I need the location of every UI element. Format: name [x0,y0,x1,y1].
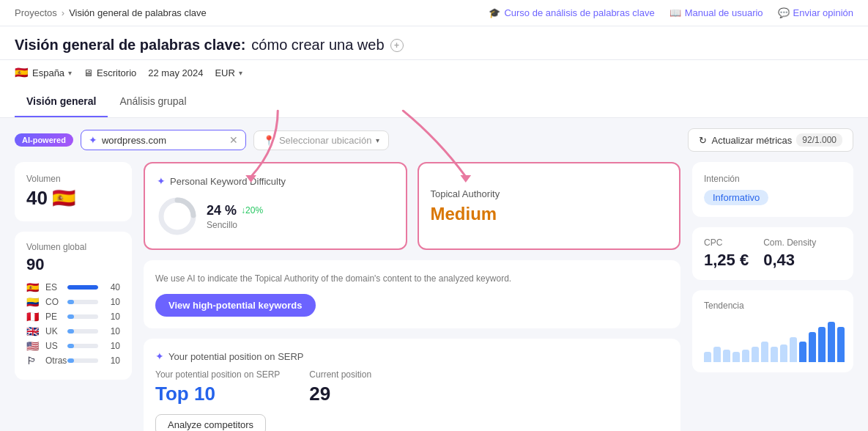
course-link[interactable]: 🎓 Curso de análisis de palabras clave [489,7,654,18]
density-value: 0,43 [763,251,816,270]
top-nav: Proyectos › Visión general de palabras c… [0,0,868,26]
volume-flag: 🇪🇸 [52,187,75,210]
view-high-potential-button[interactable]: View high-potential keywords [155,294,316,317]
top-links: 🎓 Curso de análisis de palabras clave 📖 … [489,7,853,18]
device-selector[interactable]: 🖥 Escritorio [84,67,136,78]
serp-header-label: Your potential position on SERP [168,351,304,362]
list-item [752,347,759,362]
list-item: 🇬🇧 UK 10 [26,325,120,337]
left-column: Volumen 40 🇪🇸 Volumen global 90 🇪🇸 ES 40… [15,162,132,431]
info-card: We use AI to indicate the Topical Author… [144,260,680,328]
breadcrumb: Proyectos › Visión general de palabras c… [15,7,207,18]
location-placeholder: Seleccionar ubicación [279,135,371,146]
manual-icon: 📖 [669,7,681,18]
cpc-section: CPC 1,25 € [704,237,749,270]
domain-search-wrap[interactable]: ✦ ✕ [81,130,246,150]
list-item [723,350,730,362]
tab-group-analysis[interactable]: Análisis grupal [108,86,198,117]
refresh-metrics-button[interactable]: ↻ Actualizar métricas 92/1.000 [688,128,853,152]
country-label: España [32,67,64,78]
flag-es: 🇪🇸 [26,281,41,293]
analyze-competitors-button[interactable]: Analyze competitors [155,414,266,431]
spark-serp-icon: ✦ [155,350,164,362]
meta-bar: 🇪🇸 España ▾ 🖥 Escritorio 22 may 2024 EUR… [0,60,868,86]
country-rows: 🇪🇸 ES 40 🇨🇴 CO 10 🇵🇪 PE 10 [26,281,120,366]
list-item [732,352,740,362]
country-selector[interactable]: 🇪🇸 España ▾ [15,66,72,79]
list-item: 🏳 Otras 10 [26,355,120,366]
pkd-card: ✦ Personal Keyword Difficulty 24 [144,162,407,250]
breadcrumb-separator: › [62,7,64,18]
right-column: Intención Informativo CPC 1,25 € Com. De… [692,162,853,431]
tabs-bar: Visión general Análisis grupal [0,86,868,118]
date-label: 22 may 2024 [148,67,203,78]
breadcrumb-parent[interactable]: Proyectos [15,7,57,18]
serp-position-section: Your potential position on SERP Top 10 A… [155,369,280,431]
cpc-value: 1,25 € [704,251,749,270]
list-item [790,337,797,362]
donut-chart [157,196,198,237]
cpc-row: CPC 1,25 € Com. Density 0,43 [704,237,842,270]
feedback-icon: 💬 [778,7,790,18]
device-label: Escritorio [97,67,136,78]
list-item: 🇵🇪 PE 10 [26,311,120,323]
list-item [761,342,768,362]
cpc-card: CPC 1,25 € Com. Density 0,43 [692,227,853,280]
info-text: We use AI to indicate the Topical Author… [155,272,669,285]
pkd-header: ✦ Personal Keyword Difficulty [157,175,394,187]
currency-label: EUR [215,67,234,78]
flag-us: 🇺🇸 [26,340,41,352]
list-item [742,350,749,362]
list-item [713,347,721,362]
list-item [828,322,835,362]
add-keyword-icon[interactable]: + [390,39,404,52]
serp-card: ✦ Your potential position on SERP Your p… [144,339,680,431]
cpc-label: CPC [704,237,749,248]
density-label: Com. Density [763,237,816,248]
serp-values-row: Your potential position on SERP Top 10 A… [155,369,669,431]
density-section: Com. Density 0,43 [763,237,816,270]
global-volume-value: 90 [26,255,120,274]
pkd-ta-row: ✦ Personal Keyword Difficulty 24 [144,162,680,250]
location-icon: 📍 [263,135,275,146]
spark-icon: ✦ [89,134,97,146]
intent-label: Intención [704,174,842,184]
volume-card: Volumen 40 🇪🇸 [15,162,132,221]
location-selector[interactable]: 📍 Seleccionar ubicación ▾ [253,130,389,150]
pkd-title: Personal Keyword Difficulty [170,176,286,187]
current-position-value: 29 [309,383,371,405]
manual-link[interactable]: 📖 Manual de usuario [669,7,763,18]
list-item [771,347,778,362]
list-item: 🇪🇸 ES 40 [26,281,120,293]
ta-value: Medium [431,204,668,224]
list-item: 🇨🇴 CO 10 [26,296,120,308]
center-column: ✦ Personal Keyword Difficulty 24 [144,162,680,431]
domain-search-input[interactable] [102,135,225,146]
device-icon: 🖥 [84,67,93,78]
breadcrumb-current: Visión general de palabras clave [69,7,207,18]
list-item: 🇺🇸 US 10 [26,340,120,352]
global-volume-card: Volumen global 90 🇪🇸 ES 40 🇨🇴 CO 10 🇵🇪 [15,232,132,380]
tab-overview[interactable]: Visión general [15,86,108,117]
topical-authority-card: Topical Authority Medium [418,162,681,250]
book-icon: 🎓 [489,7,500,18]
list-item [818,327,826,362]
ta-title: Topical Authority [431,188,668,199]
tendencia-card: Tendencia [692,290,853,372]
feedback-link[interactable]: 💬 Enviar opinión [778,7,853,18]
refresh-icon: ↻ [699,135,707,146]
volume-value: 40 🇪🇸 [26,187,120,210]
pkd-level: Sencillo [207,220,263,230]
pkd-trend: ↓20% [241,205,263,216]
toolbar: AI-powered ✦ ✕ 📍 Seleccionar ubicación ▾… [0,118,868,162]
pkd-percent-row: 24 % ↓20% [207,203,263,218]
clear-search-icon[interactable]: ✕ [229,134,238,146]
refresh-label: Actualizar métricas [711,135,792,146]
otras-label: Otras [45,356,63,366]
main-content: Volumen 40 🇪🇸 Volumen global 90 🇪🇸 ES 40… [0,162,868,431]
intent-card: Intención Informativo [692,162,853,217]
flag-pe: 🇵🇪 [26,311,41,323]
flag-co: 🇨🇴 [26,296,41,308]
intent-badge: Informativo [704,190,768,205]
currency-selector[interactable]: EUR ▾ [215,67,242,78]
